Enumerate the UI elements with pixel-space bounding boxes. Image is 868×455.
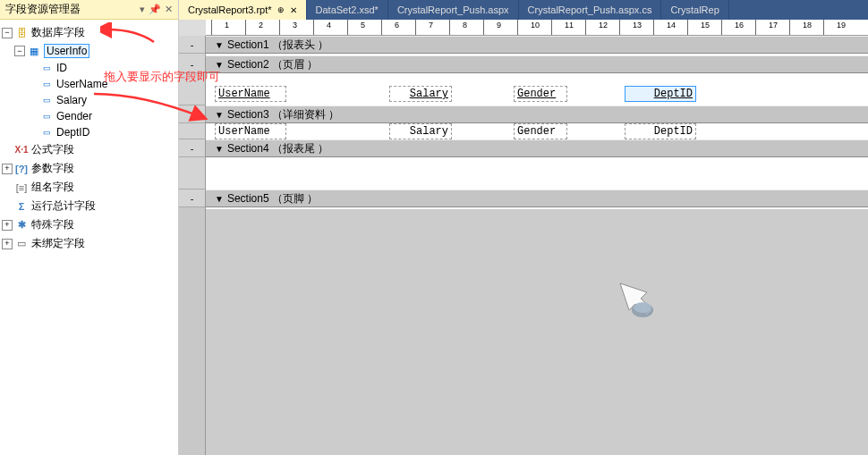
gutter-toggle-s1[interactable]: - <box>179 36 205 54</box>
report-sections: ▼ Section1 （报表头 ） ▼ Section2 （页眉 ） UserN… <box>206 36 868 455</box>
formula-icon: X·1 <box>14 144 29 156</box>
section3-body[interactable]: UserName Salary Gender DeptID <box>206 123 868 139</box>
canvas-background <box>206 209 868 455</box>
special-icon: ✱ <box>14 219 29 232</box>
chevron-down-icon: ▼ <box>215 194 224 204</box>
header-field-deptid[interactable]: DeptID <box>625 86 696 102</box>
tab-push-cs[interactable]: CrystalReport_Push.aspx.cs <box>519 0 662 20</box>
section4-header[interactable]: ▼ Section4 （报表尾 ） <box>206 139 868 157</box>
chevron-down-icon: ▼ <box>215 40 224 50</box>
field-icon: ▭ <box>39 94 54 106</box>
section4-body[interactable] <box>206 157 868 190</box>
section2-header[interactable]: ▼ Section2 （页眉 ） <box>206 55 868 73</box>
main-area: CrystalReport3.rpt* ⊕ ✕ DataSet2.xsd* Cr… <box>179 0 868 455</box>
detail-field-salary[interactable]: Salary <box>389 123 452 139</box>
section1-body[interactable] <box>206 54 868 55</box>
section5-body[interactable] <box>206 207 868 209</box>
chevron-down-icon: ▼ <box>215 110 224 120</box>
tree-field-id[interactable]: ▭ ID <box>2 60 176 76</box>
tree-group-fields[interactable]: [≡] 组名字段 <box>2 178 176 197</box>
expand-icon[interactable]: + <box>2 220 13 231</box>
header-field-salary[interactable]: Salary <box>389 86 452 102</box>
gutter-toggle-s5[interactable]: - <box>179 190 205 207</box>
chevron-down-icon: ▼ <box>215 60 224 70</box>
tree-running-fields[interactable]: Σ 运行总计字段 <box>2 197 176 215</box>
design-surface: - - - - - ▼ Section1 （报表头 ） ▼ Section2 （… <box>179 36 868 455</box>
database-icon: 🗄 <box>14 27 29 39</box>
field-icon: ▭ <box>39 110 54 122</box>
section-gutter: - - - - - <box>179 36 206 455</box>
field-icon: ▭ <box>39 62 54 74</box>
panel-pin-icon[interactable]: 📌 <box>149 4 161 15</box>
tree-special-fields[interactable]: + ✱ 特殊字段 <box>2 215 176 234</box>
tab-push-aspx[interactable]: CrystalReport_Push.aspx <box>388 0 519 20</box>
sum-icon: Σ <box>14 200 29 213</box>
detail-field-username[interactable]: UserName <box>215 123 286 139</box>
horizontal-ruler <box>206 20 868 36</box>
header-field-gender[interactable]: Gender <box>514 86 567 102</box>
unbound-icon: ▭ <box>14 238 29 250</box>
panel-menu-icon[interactable]: ▾ <box>140 4 145 15</box>
gutter-toggle-s4[interactable]: - <box>179 139 205 157</box>
gutter-toggle-s3[interactable]: - <box>179 105 205 123</box>
collapse-icon[interactable]: − <box>14 46 25 56</box>
document-tabs: CrystalReport3.rpt* ⊕ ✕ DataSet2.xsd* Cr… <box>179 0 868 20</box>
panel-title: 字段资源管理器 <box>5 2 81 17</box>
panel-close-icon[interactable]: ✕ <box>165 4 173 15</box>
field-tree: − 🗄 数据库字段 − ▦ UserInfo ▭ ID ▭ UserName <box>0 20 178 455</box>
group-icon: [≡] <box>14 181 29 194</box>
section2-body[interactable]: UserName Salary Gender DeptID <box>206 73 868 105</box>
tree-field-username[interactable]: ▭ UserName <box>2 76 176 92</box>
collapse-icon[interactable]: − <box>2 28 13 38</box>
field-explorer-panel: 字段资源管理器 ▾ 📌 ✕ − 🗄 数据库字段 − ▦ UserInfo ▭ I… <box>0 0 179 455</box>
tree-table-userinfo[interactable]: − ▦ UserInfo <box>2 42 176 60</box>
chevron-down-icon: ▼ <box>215 144 224 154</box>
section5-header[interactable]: ▼ Section5 （页脚 ） <box>206 190 868 207</box>
section3-header[interactable]: ▼ Section3 （详细资料 ） <box>206 105 868 123</box>
tree-unbound-fields[interactable]: + ▭ 未绑定字段 <box>2 234 176 253</box>
detail-field-deptid[interactable]: DeptID <box>625 123 696 139</box>
tree-param-fields[interactable]: + [?] 参数字段 <box>2 159 176 178</box>
detail-field-gender[interactable]: Gender <box>514 123 567 139</box>
tree-field-deptid[interactable]: ▭ DeptID <box>2 124 176 140</box>
tree-field-salary[interactable]: ▭ Salary <box>2 92 176 108</box>
tab-crystalreport3[interactable]: CrystalReport3.rpt* ⊕ ✕ <box>179 0 307 20</box>
header-field-username[interactable]: UserName <box>215 86 286 102</box>
expand-icon[interactable]: + <box>2 239 13 249</box>
tab-dataset2[interactable]: DataSet2.xsd* <box>307 0 388 20</box>
gutter-toggle-s2[interactable]: - <box>179 55 205 73</box>
table-icon: ▦ <box>27 45 41 57</box>
section1-header[interactable]: ▼ Section1 （报表头 ） <box>206 36 868 54</box>
field-icon: ▭ <box>39 78 54 90</box>
panel-header: 字段资源管理器 ▾ 📌 ✕ <box>0 0 178 20</box>
tab-crystalrep[interactable]: CrystalRep <box>661 0 728 20</box>
tree-formula-fields[interactable]: X·1 公式字段 <box>2 140 176 159</box>
expand-icon[interactable]: + <box>2 164 13 174</box>
field-icon: ▭ <box>39 126 54 139</box>
tree-db-fields[interactable]: − 🗄 数据库字段 <box>2 23 176 42</box>
close-icon[interactable]: ✕ <box>290 5 297 15</box>
pin-icon[interactable]: ⊕ <box>277 5 285 14</box>
param-icon: [?] <box>14 163 29 175</box>
tree-field-gender[interactable]: ▭ Gender <box>2 108 176 124</box>
